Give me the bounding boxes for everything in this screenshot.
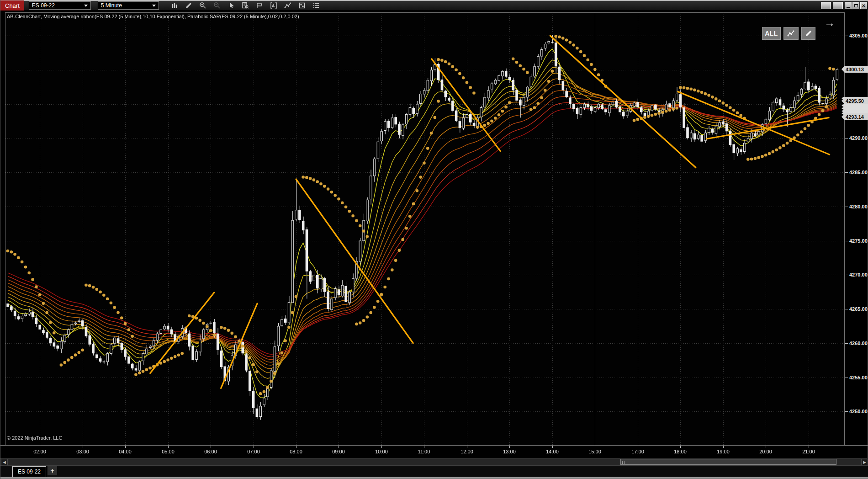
time-axis-label: 11:00 — [418, 449, 430, 454]
scroll-to-latest-arrow[interactable]: → — [824, 17, 835, 28]
time-axis-label: 19:00 — [717, 449, 730, 454]
price-axis-tick — [845, 309, 848, 309]
properties-icon[interactable] — [312, 1, 320, 10]
horizontal-scrollbar[interactable]: ◀ ▶ — [0, 458, 868, 466]
time-axis-tick — [809, 446, 809, 448]
price-axis-tick — [845, 207, 848, 207]
price-axis-tick — [845, 411, 848, 412]
time-axis-tick — [168, 446, 169, 448]
data-series-button[interactable] — [783, 27, 799, 40]
price-axis-tick — [845, 36, 848, 36]
price-axis-label: 4285.00 — [849, 170, 868, 175]
chart-trader-icon[interactable] — [255, 1, 264, 10]
time-axis-label: 03:00 — [76, 449, 89, 454]
scroll-right-button[interactable]: ▶ — [861, 459, 868, 465]
price-chart-canvas[interactable] — [5, 12, 845, 445]
tab-es-09-22[interactable]: ES 09-22 — [12, 466, 46, 477]
all-button[interactable]: ALL — [762, 27, 781, 40]
time-axis-label: 21:00 — [802, 449, 815, 454]
time-axis-tick — [254, 446, 254, 448]
price-axis[interactable]: 4250.004255.004260.004265.004270.004275.… — [845, 12, 868, 445]
price-axis-label: 4260.00 — [849, 341, 868, 346]
drawing-tools-icon[interactable] — [284, 1, 292, 10]
time-axis-tick — [40, 446, 40, 448]
price-axis-tick — [845, 138, 848, 138]
price-axis-label: 4270.00 — [849, 272, 868, 277]
add-tab-button[interactable]: + — [48, 466, 57, 475]
time-axis-tick — [680, 446, 681, 448]
data-box-icon[interactable] — [241, 1, 249, 10]
chart-style-icon[interactable] — [170, 1, 179, 10]
time-axis-label: 17:00 — [631, 449, 644, 454]
price-marker: 4293.14 — [842, 113, 868, 120]
chart-window-label: Chart — [0, 0, 24, 11]
time-axis-label: 05:00 — [162, 449, 175, 454]
time-axis-label: 18:00 — [674, 449, 687, 454]
indicators-icon[interactable] — [270, 1, 278, 10]
time-axis-tick — [424, 446, 424, 448]
time-axis-tick — [723, 446, 724, 448]
price-axis-label: 4255.00 — [849, 375, 868, 380]
time-axis-label: 15:00 — [588, 449, 601, 454]
zoom-in-icon[interactable] — [199, 1, 207, 10]
price-axis-tick — [845, 275, 848, 275]
time-axis-label: 04:00 — [119, 449, 132, 454]
time-axis-tick — [595, 446, 595, 448]
price-axis-label: 4250.00 — [849, 409, 868, 414]
time-axis-tick — [467, 446, 467, 448]
time-axis[interactable]: 02:0003:0004:0005:0006:0007:0008:0009:00… — [0, 445, 868, 458]
polyline-icon — [787, 30, 795, 37]
price-axis-label: 4280.00 — [849, 204, 868, 209]
time-axis-tick — [638, 446, 638, 448]
price-marker: 4300.13 — [842, 66, 868, 73]
strategies-icon[interactable] — [298, 1, 306, 10]
time-axis-label: 13:00 — [503, 449, 516, 454]
zoom-out-icon — [213, 1, 221, 10]
time-axis-label: 06:00 — [204, 449, 217, 454]
time-axis-tick — [509, 446, 510, 448]
interval-combo-value: 5 Minute — [101, 2, 148, 9]
price-axis-label: 4275.00 — [849, 238, 868, 244]
draw-mode-button[interactable] — [801, 27, 815, 40]
time-axis-tick — [381, 446, 382, 448]
price-axis-label: 4305.00 — [849, 33, 868, 38]
price-axis-tick — [845, 241, 848, 241]
panel-button-1[interactable] — [821, 2, 831, 9]
price-marker-sliver — [842, 107, 868, 110]
title-bar: Chart ES 09-22 5 Minute — [0, 0, 868, 10]
interval-combo[interactable]: 5 Minute — [98, 1, 159, 10]
time-axis-label: 20:00 — [759, 449, 772, 454]
price-axis-tick — [845, 378, 848, 378]
chart-overlay-buttons: ALL — [762, 27, 815, 40]
ninjatrader-chart-window: { "titlebar": { "app_label": "Chart", "i… — [0, 0, 868, 479]
maximize-button[interactable] — [852, 2, 859, 9]
chevron-down-icon — [152, 5, 156, 7]
scroll-left-button[interactable]: ◀ — [1, 459, 8, 465]
time-axis-tick — [552, 446, 553, 448]
draw-icon[interactable] — [185, 1, 193, 10]
cursor-icon[interactable] — [227, 1, 235, 10]
thumb-grip — [622, 461, 625, 464]
time-axis-tick — [339, 446, 339, 448]
scrollbar-thumb[interactable] — [620, 459, 836, 465]
close-icon: ✕ — [862, 3, 865, 8]
time-axis-label: 09:00 — [332, 449, 345, 454]
close-button[interactable]: ✕ — [860, 2, 867, 9]
panel-button-2[interactable] — [833, 2, 843, 9]
time-axis-label: 08:00 — [290, 449, 302, 454]
window-bottom-edge — [0, 477, 868, 479]
time-axis-tick — [766, 446, 766, 448]
indicator-label: AB-CleanChart, Moving average ribbon(ES … — [7, 14, 299, 19]
pencil-icon — [805, 30, 812, 37]
time-axis-label: 02:00 — [33, 449, 46, 454]
time-axis-label: 10:00 — [375, 449, 388, 454]
instrument-combo-value: ES 09-22 — [32, 2, 80, 9]
time-axis-label: 12:00 — [460, 449, 473, 454]
tab-bar: ES 09-22 + — [0, 466, 868, 477]
time-axis-tick — [125, 446, 126, 448]
toolbar-icons — [170, 1, 320, 10]
minimize-button[interactable] — [845, 2, 852, 9]
time-axis-tick — [211, 446, 211, 448]
instrument-combo[interactable]: ES 09-22 — [29, 1, 91, 10]
time-axis-label: 14:00 — [546, 449, 559, 454]
